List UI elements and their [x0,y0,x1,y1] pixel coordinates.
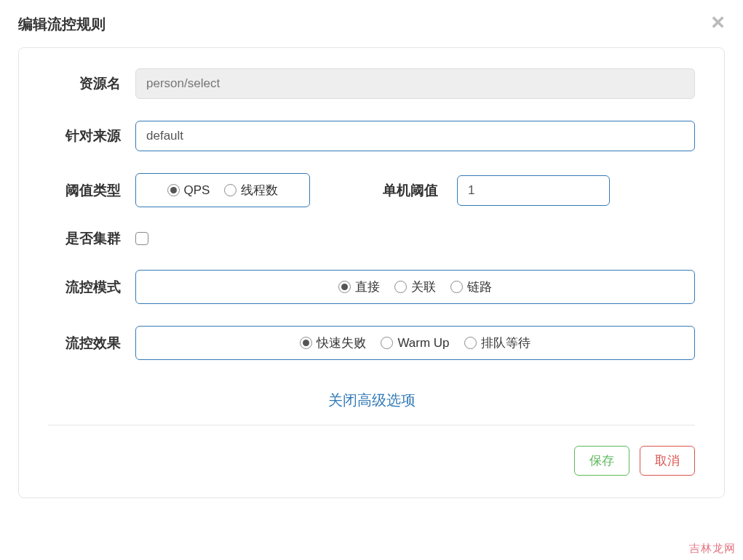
radio-warm-up-label: Warm Up [397,336,449,351]
radio-fail-fast-label: 快速失败 [317,335,366,351]
modal-body: 资源名 针对来源 阈值类型 QPS 线程数 [18,47,725,498]
resource-name-label: 资源名 [48,74,135,93]
radio-icon [300,337,312,349]
radio-direct[interactable]: 直接 [338,279,380,295]
source-input[interactable] [135,121,695,151]
radio-queue[interactable]: 排队等待 [464,335,531,351]
radio-icon [450,281,463,293]
modal-title: 编辑流控规则 [18,15,106,34]
watermark: 吉林龙网 [689,542,736,556]
single-threshold-label: 单机阈值 [383,181,438,200]
source-label: 针对来源 [48,127,135,145]
flow-mode-label: 流控模式 [48,278,135,297]
radio-icon [464,337,477,349]
single-threshold-input[interactable] [457,175,610,206]
flow-effect-row: 流控效果 快速失败 Warm Up 排队等待 [48,326,695,360]
radio-chain[interactable]: 链路 [450,279,492,295]
flow-effect-panel: 快速失败 Warm Up 排队等待 [135,326,695,360]
cluster-checkbox[interactable] [135,232,148,245]
radio-direct-label: 直接 [355,279,380,295]
edit-flow-rule-modal: 编辑流控规则 × 资源名 针对来源 阈值类型 QPS [0,0,743,560]
source-row: 针对来源 [48,121,695,151]
advanced-toggle-row: 关闭高级选项 [48,391,695,410]
radio-chain-label: 链路 [467,279,492,295]
flow-mode-panel: 直接 关联 链路 [135,270,695,304]
cluster-row: 是否集群 [48,229,695,248]
radio-qps[interactable]: QPS [167,183,210,198]
radio-queue-label: 排队等待 [481,335,531,351]
resource-name-row: 资源名 [48,68,695,99]
cancel-button[interactable]: 取消 [640,446,695,476]
radio-icon [167,184,180,196]
radio-threads[interactable]: 线程数 [224,182,278,199]
radio-icon [381,337,393,349]
modal-header: 编辑流控规则 × [0,0,743,47]
resource-name-input [135,68,695,99]
radio-warm-up[interactable]: Warm Up [381,336,449,351]
threshold-type-label: 阈值类型 [48,181,135,200]
flow-effect-label: 流控效果 [48,334,135,353]
advanced-toggle-link[interactable]: 关闭高级选项 [328,392,416,408]
save-button[interactable]: 保存 [574,446,629,476]
close-icon[interactable]: × [711,10,725,33]
radio-threads-label: 线程数 [241,182,278,199]
threshold-row: 阈值类型 QPS 线程数 单机阈值 [48,173,695,207]
flow-mode-row: 流控模式 直接 关联 链路 [48,270,695,304]
modal-footer: 保存 取消 [48,425,695,476]
radio-icon [224,184,237,196]
radio-relate[interactable]: 关联 [394,279,436,295]
radio-fail-fast[interactable]: 快速失败 [300,335,366,351]
cluster-label: 是否集群 [48,229,135,248]
threshold-type-panel: QPS 线程数 [135,173,310,207]
radio-relate-label: 关联 [411,279,436,295]
radio-icon [338,281,351,293]
radio-icon [394,281,407,293]
radio-qps-label: QPS [184,183,210,198]
